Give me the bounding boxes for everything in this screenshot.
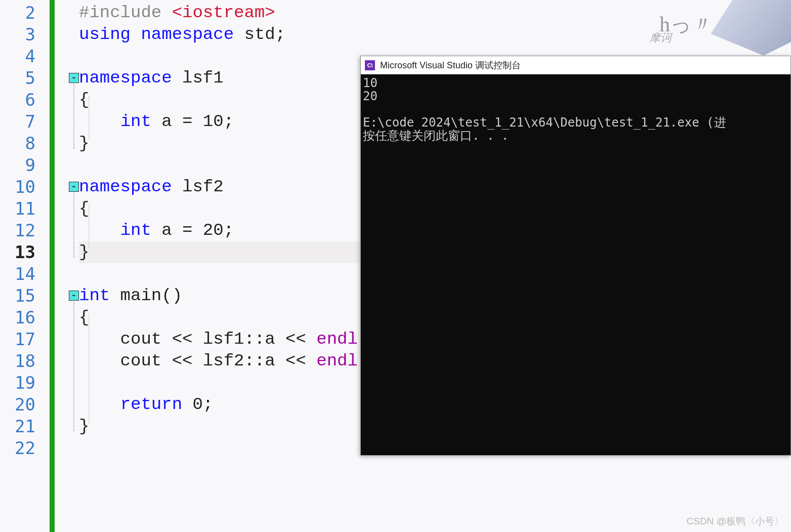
- fold-toggle-icon[interactable]: -: [69, 73, 79, 83]
- line-number-gutter[interactable]: 2 3 4 5 6 7 8 9 10 11 12 13 14 15 16 17 …: [0, 0, 55, 532]
- line-number[interactable]: 20: [0, 394, 50, 416]
- indent-guide-line: [89, 96, 90, 139]
- console-line: E:\code 2024\test_1_21\x64\Debug\test_1_…: [363, 115, 726, 130]
- line-number[interactable]: 16: [0, 307, 50, 329]
- console-titlebar[interactable]: C\ Microsoft Visual Studio 调试控制台: [361, 56, 790, 74]
- indent-guide-line: [89, 314, 90, 423]
- line-number-current[interactable]: 13: [0, 241, 50, 263]
- console-line: 10: [363, 76, 378, 90]
- fold-guide-line: [73, 302, 74, 431]
- fold-toggle-icon[interactable]: -: [69, 182, 79, 192]
- indent-guide-line: [89, 205, 90, 248]
- line-number[interactable]: 2: [0, 2, 50, 24]
- preprocessor-directive: #include: [79, 3, 172, 22]
- console-title: Microsoft Visual Studio 调试控制台: [380, 59, 521, 71]
- decoration-text: 摩诃: [649, 30, 672, 46]
- line-number[interactable]: 12: [0, 220, 50, 241]
- debug-console-window[interactable]: C\ Microsoft Visual Studio 调试控制台 10 20 E…: [360, 56, 791, 456]
- csdn-watermark: CSDN @板鸭〈小号〉: [687, 515, 784, 528]
- console-line: 20: [363, 89, 378, 103]
- line-number[interactable]: 6: [0, 89, 50, 111]
- line-number[interactable]: 4: [0, 46, 50, 67]
- fold-guide-line: [73, 193, 74, 258]
- line-number[interactable]: 8: [0, 133, 50, 154]
- fold-guide-line: [73, 84, 74, 149]
- header-name: <iostream>: [172, 3, 275, 22]
- line-number[interactable]: 18: [0, 350, 50, 372]
- line-number[interactable]: 11: [0, 198, 50, 220]
- decoration-shape: [707, 0, 791, 60]
- line-number[interactable]: 10: [0, 176, 50, 198]
- line-number[interactable]: 15: [0, 285, 50, 307]
- console-line: 按任意键关闭此窗口. . .: [363, 129, 509, 143]
- vs-console-icon: C\: [365, 60, 375, 70]
- line-number[interactable]: 3: [0, 24, 50, 46]
- line-number[interactable]: 22: [0, 437, 50, 459]
- line-number[interactable]: 17: [0, 329, 50, 350]
- console-output[interactable]: 10 20 E:\code 2024\test_1_21\x64\Debug\t…: [361, 74, 790, 144]
- background-decoration: hっ〃 摩诃: [649, 0, 791, 61]
- fold-toggle-icon[interactable]: -: [69, 291, 79, 301]
- line-number[interactable]: 7: [0, 111, 50, 133]
- line-number[interactable]: 5: [0, 67, 50, 89]
- line-number[interactable]: 21: [0, 416, 50, 437]
- line-number[interactable]: 9: [0, 154, 50, 176]
- line-number[interactable]: 14: [0, 263, 50, 285]
- line-number[interactable]: 19: [0, 372, 50, 394]
